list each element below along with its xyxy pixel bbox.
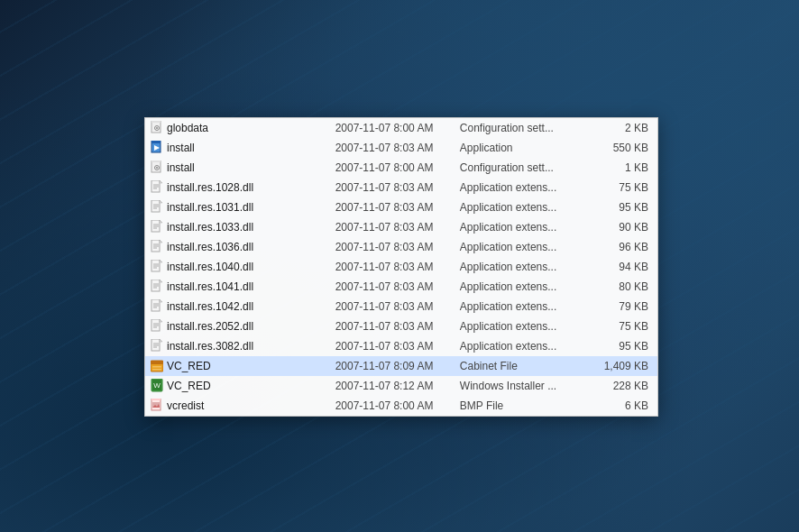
file-size: 75 KB: [592, 316, 657, 336]
file-name-cell: install.res.1028.dll: [145, 178, 330, 197]
table-row[interactable]: install.res.1041.dll2007-11-07 8:03 AMAp…: [145, 277, 657, 297]
file-name-cell: install.res.1041.dll: [145, 277, 330, 297]
file-type: Cabinet File: [455, 356, 593, 376]
file-date: 2007-11-07 8:09 AM: [330, 356, 455, 376]
file-type: Application: [455, 138, 593, 158]
svg-rect-50: [152, 369, 161, 371]
file-type: Application extens...: [455, 336, 593, 356]
file-type: Application extens...: [455, 217, 593, 237]
file-size: 1 KB: [592, 158, 657, 178]
file-table: globdata2007-11-07 8:00 AMConfiguration …: [145, 118, 657, 416]
file-name-cell: install: [145, 138, 330, 158]
file-name: vcredist: [151, 399, 325, 413]
file-name-cell: install.res.1040.dll: [145, 257, 330, 277]
file-name-text: install.res.1031.dll: [167, 201, 253, 214]
file-name-cell: install.res.1042.dll: [145, 297, 330, 316]
svg-rect-49: [152, 366, 161, 368]
file-name: VC_RED: [151, 359, 325, 373]
file-name-text: install.res.1041.dll: [167, 280, 253, 293]
file-date: 2007-11-07 8:03 AM: [330, 178, 455, 197]
file-name-cell: vcredist: [145, 396, 330, 416]
file-name: install.res.1028.dll: [151, 180, 325, 195]
file-name-text: install: [167, 161, 195, 174]
file-size: 6 KB: [592, 396, 657, 416]
file-name-text: install.res.1028.dll: [167, 181, 253, 194]
file-date: 2007-11-07 8:00 AM: [330, 396, 455, 416]
file-name: globdata: [151, 121, 325, 135]
file-name-text: install.res.3082.dll: [167, 340, 253, 353]
file-name-text: vcredist: [167, 399, 204, 412]
file-icon-dll: [151, 280, 163, 294]
file-name-text: install: [167, 142, 195, 154]
table-row[interactable]: install.res.1028.dll2007-11-07 8:03 AMAp…: [145, 178, 657, 197]
file-date: 2007-11-07 8:00 AM: [330, 118, 455, 138]
table-row[interactable]: install.res.1033.dll2007-11-07 8:03 AMAp…: [145, 217, 657, 237]
file-type: BMP File: [455, 396, 593, 416]
file-date: 2007-11-07 8:03 AM: [330, 297, 455, 316]
file-type: Windows Installer ...: [455, 376, 593, 396]
file-name-text: VC_RED: [167, 380, 211, 392]
file-size: 2 KB: [592, 118, 657, 138]
file-size: 75 KB: [592, 178, 657, 197]
file-name-cell: install.res.1031.dll: [145, 197, 330, 217]
table-row[interactable]: VC_RED2007-11-07 8:09 AMCabinet File1,40…: [145, 356, 657, 376]
file-type: Application extens...: [455, 178, 593, 197]
table-row[interactable]: install.res.1042.dll2007-11-07 8:03 AMAp…: [145, 297, 657, 316]
file-date: 2007-11-07 8:00 AM: [330, 158, 455, 178]
file-icon-dll: [151, 339, 163, 353]
file-name: install.res.1036.dll: [151, 240, 325, 254]
file-name-text: install.res.1042.dll: [167, 300, 253, 313]
file-icon-config: [151, 161, 163, 175]
file-name-text: globdata: [167, 122, 208, 134]
table-row[interactable]: WVC_RED2007-11-07 8:12 AMWindows Install…: [145, 376, 657, 396]
file-name: install.res.1041.dll: [151, 280, 325, 294]
file-name-cell: VC_RED: [145, 356, 330, 376]
table-row[interactable]: install.res.1036.dll2007-11-07 8:03 AMAp…: [145, 237, 657, 257]
svg-rect-1: [152, 121, 161, 123]
file-name: install.res.1040.dll: [151, 260, 325, 274]
file-name: install: [151, 161, 325, 175]
file-list-panel: globdata2007-11-07 8:00 AMConfiguration …: [144, 117, 658, 417]
file-size: 80 KB: [592, 277, 657, 297]
file-name: install: [151, 141, 325, 155]
table-row[interactable]: install.res.1031.dll2007-11-07 8:03 AMAp…: [145, 197, 657, 217]
file-icon-bmp: [151, 399, 163, 413]
file-type: Configuration sett...: [455, 118, 593, 138]
file-name-cell: install.res.2052.dll: [145, 316, 330, 336]
table-row[interactable]: install.res.2052.dll2007-11-07 8:03 AMAp…: [145, 316, 657, 336]
svg-point-10: [156, 167, 158, 169]
file-size: 79 KB: [592, 297, 657, 316]
file-type: Configuration sett...: [455, 158, 593, 178]
file-icon-config: [151, 121, 163, 135]
file-size: 96 KB: [592, 237, 657, 257]
table-row[interactable]: install2007-11-07 8:03 AMApplication550 …: [145, 138, 657, 158]
file-name-text: install.res.2052.dll: [167, 320, 253, 333]
file-name: install.res.1042.dll: [151, 299, 325, 314]
file-name-cell: install: [145, 158, 330, 178]
file-name: WVC_RED: [151, 379, 325, 393]
file-name: install.res.3082.dll: [151, 339, 325, 353]
file-icon-cab: [151, 359, 163, 373]
table-row[interactable]: install.res.3082.dll2007-11-07 8:03 AMAp…: [145, 336, 657, 356]
file-name-cell: install.res.1033.dll: [145, 217, 330, 237]
file-name-cell: install.res.1036.dll: [145, 237, 330, 257]
file-type: Application extens...: [455, 297, 593, 316]
table-row[interactable]: install.res.1040.dll2007-11-07 8:03 AMAp…: [145, 257, 657, 277]
file-name-cell: install.res.3082.dll: [145, 336, 330, 356]
file-size: 1,409 KB: [592, 356, 657, 376]
file-name-text: install.res.1033.dll: [167, 221, 253, 234]
file-name-text: install.res.1040.dll: [167, 261, 253, 273]
table-row[interactable]: install2007-11-07 8:00 AMConfiguration s…: [145, 158, 657, 178]
file-date: 2007-11-07 8:03 AM: [330, 138, 455, 158]
table-row[interactable]: globdata2007-11-07 8:00 AMConfiguration …: [145, 118, 657, 138]
file-icon-dll: [151, 319, 163, 334]
file-icon-dll: [151, 220, 163, 234]
file-name: install.res.1031.dll: [151, 200, 325, 215]
file-size: 90 KB: [592, 217, 657, 237]
file-type: Application extens...: [455, 257, 593, 277]
file-date: 2007-11-07 8:03 AM: [330, 217, 455, 237]
file-icon-dll: [151, 200, 163, 215]
table-row[interactable]: vcredist2007-11-07 8:00 AMBMP File6 KB: [145, 396, 657, 416]
svg-rect-8: [152, 161, 161, 162]
file-date: 2007-11-07 8:03 AM: [330, 336, 455, 356]
